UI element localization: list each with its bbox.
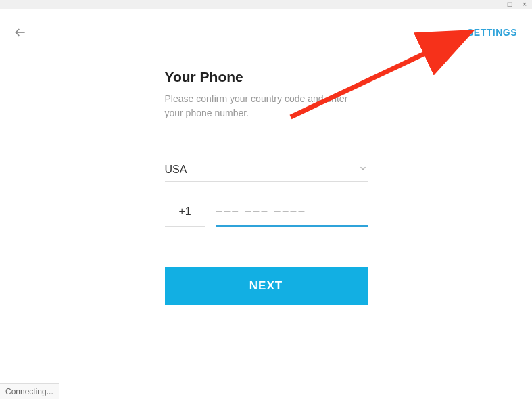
page-title: Your Phone xyxy=(165,69,368,85)
minimize-button[interactable]: – xyxy=(490,0,500,9)
chevron-down-icon xyxy=(358,164,368,176)
next-button[interactable]: NEXT xyxy=(165,267,368,305)
country-selected-label: USA xyxy=(165,164,187,176)
settings-link[interactable]: SETTINGS xyxy=(467,27,517,38)
top-bar: SETTINGS xyxy=(0,9,532,43)
back-button[interactable] xyxy=(12,24,28,41)
window-titlebar: – □ × xyxy=(0,0,532,9)
close-button[interactable]: × xyxy=(520,0,529,9)
phone-number-input[interactable] xyxy=(216,205,368,227)
country-select[interactable]: USA xyxy=(165,164,368,182)
connection-status: Connecting... xyxy=(0,383,59,399)
maximize-button[interactable]: □ xyxy=(505,0,514,9)
instruction-text: Please confirm your country code and ent… xyxy=(165,92,368,120)
phone-input-row xyxy=(165,205,368,227)
arrow-left-icon xyxy=(14,26,27,39)
phone-form: Your Phone Please confirm your country c… xyxy=(165,69,368,305)
country-code-input[interactable] xyxy=(165,206,205,227)
